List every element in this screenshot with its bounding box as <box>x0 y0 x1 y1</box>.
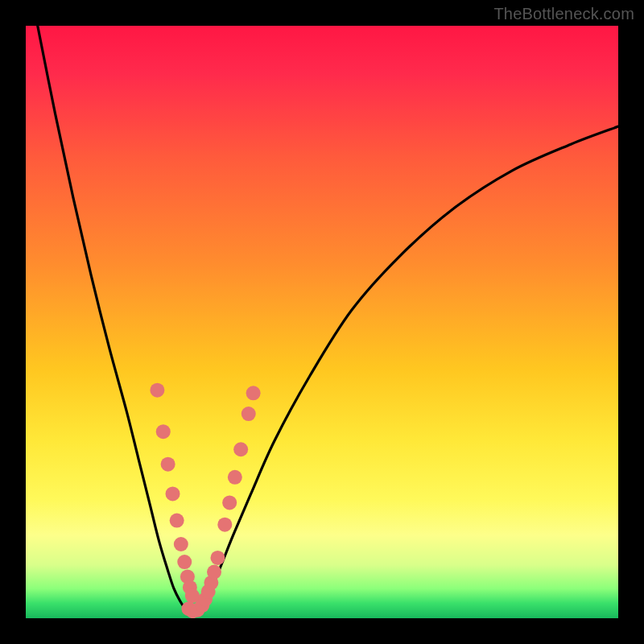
data-marker <box>170 514 184 528</box>
watermark-text: TheBottleneck.com <box>493 5 634 23</box>
data-marker <box>156 424 171 439</box>
data-marker <box>210 551 225 565</box>
data-marker <box>242 407 256 421</box>
data-marker <box>233 442 248 456</box>
data-marker <box>207 565 221 580</box>
data-marker <box>174 537 188 551</box>
data-marker <box>228 470 242 485</box>
bottleneck-chart <box>26 26 618 618</box>
data-marker <box>150 383 164 398</box>
data-marker <box>222 495 237 510</box>
chart-frame: TheBottleneck.com <box>0 0 644 644</box>
data-marker <box>161 457 175 472</box>
data-marker <box>166 486 180 501</box>
data-marker <box>177 555 192 569</box>
data-marker <box>217 518 232 532</box>
gradient-background <box>26 26 618 618</box>
data-marker <box>246 386 261 400</box>
